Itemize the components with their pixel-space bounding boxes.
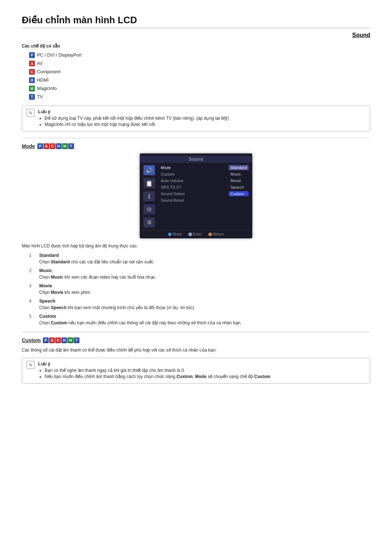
mode-badge-group: P A C H M T <box>37 143 74 149</box>
note-item: Để sử dụng loại TV này, phải kết nối một… <box>45 116 229 121</box>
osd-icon-2: 📋 <box>143 178 155 188</box>
osd-footer-return: Return <box>208 232 224 236</box>
section-divider-2 <box>22 332 370 332</box>
mode-label: HDMI <box>37 78 49 83</box>
badge-c: C <box>55 337 61 343</box>
osd-icon-3: ℹ <box>143 191 155 201</box>
badge-h: H <box>61 337 67 343</box>
list-item: A AV <box>29 61 370 66</box>
mode-heading-text: Mode <box>22 143 35 149</box>
badge-c: C <box>29 69 35 75</box>
osd-menu-soundselect: Sound Select <box>160 191 226 196</box>
note-content-1: Lưu ý Để sử dụng loại TV này, phải kết n… <box>38 109 229 128</box>
badge-h: H <box>29 77 35 83</box>
enter-icon <box>188 233 192 236</box>
osd-value-music: Music <box>229 172 249 177</box>
note-icon-2: ✎ <box>26 361 34 369</box>
osd-menu-autovolume: Auto Volume <box>160 178 226 183</box>
osd-footer-enter: Enter <box>188 232 202 236</box>
custom-section-heading: Custom P A C H M T <box>22 337 370 343</box>
mode-section-heading: Mode P A C H M T <box>22 143 370 149</box>
osd-value-custom: Custom <box>229 191 249 196</box>
osd-value-standard: Standard <box>229 165 249 170</box>
badge-t: T <box>68 143 74 149</box>
mode-label: AV <box>37 61 43 66</box>
badge-p: P <box>29 52 35 58</box>
note-item: Nếu bạn muốn điều chỉnh âm thanh bằng cá… <box>45 374 270 379</box>
badge-m: M <box>29 86 35 91</box>
osd-icon-5: 🖥 <box>143 217 155 227</box>
badge-p: P <box>37 143 43 149</box>
note-icon-1: ✎ <box>26 109 34 117</box>
mode-label: Component <box>37 69 61 74</box>
available-modes-list: P PC / DVI / DisplayPort A AV C Componen… <box>22 52 370 100</box>
osd-menu-soundreset: Sound Reset <box>160 198 226 203</box>
page-title: Điều chỉnh màn hình LCD <box>22 15 370 26</box>
top-divider <box>22 28 370 28</box>
osd-icon-4: ⚙ <box>143 204 155 214</box>
osd-value-movie: Movie <box>229 178 249 183</box>
osd-menu-mode: Mode <box>160 165 226 170</box>
osd-footer: Move Enter Return <box>140 230 252 237</box>
osd-footer-move: Move <box>168 232 181 236</box>
return-icon <box>208 233 212 236</box>
list-item: H HDMI <box>29 77 370 83</box>
note-title-2: Lưu ý <box>38 361 270 366</box>
badge-a: A <box>49 337 55 343</box>
note-title-1: Lưu ý <box>38 109 229 114</box>
osd-icon-column: 🔊 📋 ℹ ⚙ 🖥 <box>143 165 155 227</box>
osd-icon-sound: 🔊 <box>143 165 155 175</box>
osd-value-speech: Speech <box>229 185 249 190</box>
badge-m: M <box>68 337 73 343</box>
note-content-2: Lưu ý Bạn có thể nghe âm thanh ngay cả k… <box>38 361 270 380</box>
badge-a: A <box>29 61 35 66</box>
section-divider-1 <box>22 138 370 138</box>
sound-section-label: Sound <box>22 32 370 38</box>
badge-t: T <box>29 94 35 100</box>
list-item-standard: 1 Standard Chọn Standard cho các cài đặt… <box>29 253 370 264</box>
badge-m: M <box>62 143 68 149</box>
note-item: Bạn có thể nghe âm thanh ngay cả khi giá… <box>45 368 270 373</box>
available-modes-heading: Các chế độ có sẵn <box>22 44 370 49</box>
mode-numbered-list: 1 Standard Chọn Standard cho các cài đặt… <box>29 253 370 325</box>
osd-value-list: Standard Music Movie Speech Custom <box>229 165 249 227</box>
badge-c: C <box>50 143 56 149</box>
list-item-custom: 5 Custom Chọn Custom nếu bạn muốn điều c… <box>29 314 370 325</box>
custom-badge-group: P A C H M T <box>43 337 79 343</box>
osd-menu-list: Mode Custom Auto Volume SRS TS XT Sound … <box>160 165 226 227</box>
osd-menu-srs: SRS TS XT <box>160 185 226 190</box>
note-box-2: ✎ Lưu ý Bạn có thể nghe âm thanh ngay cả… <box>22 358 370 383</box>
badge-a: A <box>44 143 49 149</box>
list-item-music: 2 Music Chọn Music khi xem các đoạn vide… <box>29 268 370 280</box>
custom-section-desc: Các thông số cài đặt âm thanh có thể đượ… <box>22 348 370 353</box>
list-item: C Component <box>29 69 370 75</box>
badge-p: P <box>43 337 49 343</box>
osd-screen: Sound 🔊 📋 ℹ ⚙ 🖥 Mode Custom Auto Volume … <box>140 153 252 238</box>
custom-heading-text: Custom <box>22 337 41 343</box>
osd-body: 🔊 📋 ℹ ⚙ 🖥 Mode Custom Auto Volume SRS TS… <box>140 165 252 227</box>
osd-title: Sound <box>140 156 252 163</box>
mode-label: MagicInfo <box>37 86 57 91</box>
list-item: T TV <box>29 94 370 100</box>
lcd-description: Màn hình LCD được tích hợp bộ tăng âm độ… <box>22 243 370 249</box>
mode-label: TV <box>37 94 43 99</box>
move-icon <box>168 233 172 236</box>
note-item: MagicInfo chỉ có hiệu lực khi một hộp mạ… <box>45 122 229 127</box>
mode-label: PC / DVI / DisplayPort <box>37 53 82 58</box>
list-item-movie: 3 Movie Chọn Movie khi xem phim. <box>29 283 370 295</box>
note-box-1: ✎ Lưu ý Để sử dụng loại TV này, phải kết… <box>22 106 370 131</box>
list-item-speech: 4 Speech Chọn Speech khi bạn xem một chư… <box>29 299 370 310</box>
list-item: P PC / DVI / DisplayPort <box>29 52 370 58</box>
list-item: M MagicInfo <box>29 86 370 91</box>
osd-menu-custom: Custom <box>160 172 226 177</box>
badge-t: T <box>74 337 79 343</box>
badge-h: H <box>56 143 62 149</box>
